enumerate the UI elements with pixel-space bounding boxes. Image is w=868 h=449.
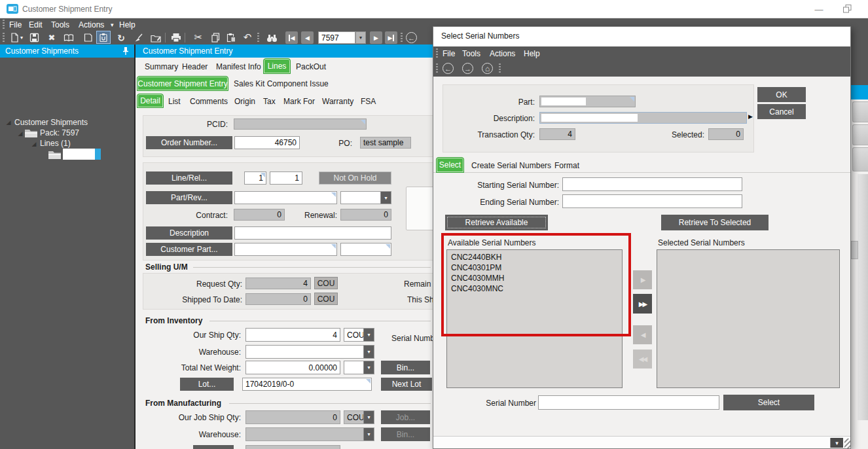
job-uom-dropdown-icon[interactable]: ▾ <box>363 411 374 423</box>
tab-lines[interactable]: Lines <box>263 58 291 74</box>
tab-tax[interactable]: Tax <box>263 95 276 108</box>
toolbar-gripper[interactable] <box>401 33 403 43</box>
serial-number-entry-input[interactable] <box>538 395 719 410</box>
back-icon[interactable]: ← <box>406 32 417 43</box>
rev-combo-dropdown-icon[interactable]: ▾ <box>380 192 391 204</box>
nav-next-button[interactable]: ▶ <box>370 31 382 44</box>
delete-icon[interactable]: ✖ <box>45 31 58 44</box>
toolbar-gripper[interactable] <box>257 33 259 43</box>
folder-edit-icon[interactable] <box>149 31 162 44</box>
tab-origin[interactable]: Origin <box>234 95 255 108</box>
right-edge-scrollbar[interactable] <box>858 174 868 420</box>
description-button[interactable]: Description <box>146 226 232 240</box>
dialog-menu-actions[interactable]: Actions <box>490 46 515 61</box>
selected-serials-list[interactable] <box>657 249 840 388</box>
cancel-button[interactable]: Cancel <box>757 104 806 119</box>
line-rel-button[interactable]: Line/Rel... <box>146 171 232 185</box>
move-all-right-button[interactable]: ▶▶ <box>633 294 652 314</box>
tree-node-root[interactable]: Customer Shipments <box>14 117 88 127</box>
cut-icon[interactable]: ✂ <box>192 31 205 43</box>
order-number-button[interactable]: Order Number... <box>146 136 232 149</box>
dialog-description-field[interactable] <box>539 112 747 124</box>
bin2-button[interactable]: Bin... <box>381 427 430 441</box>
dialog-transaction-qty-field[interactable]: 4 <box>539 128 575 140</box>
restore-button[interactable] <box>843 5 852 13</box>
lot-field[interactable]: 17042019/0-0 <box>242 378 372 391</box>
new-dropdown-icon[interactable]: ▾ <box>20 35 23 41</box>
starting-serial-input[interactable] <box>562 177 742 191</box>
tab-fsa[interactable]: FSA <box>361 95 376 108</box>
bin-button[interactable]: Bin... <box>381 361 430 374</box>
dialog-description-expand-icon[interactable]: ▶ <box>748 113 753 120</box>
rel-field[interactable]: 1 <box>270 171 302 185</box>
new-icon[interactable] <box>8 31 21 44</box>
tree-node-edit-input[interactable] <box>63 149 97 160</box>
resize-grip[interactable] <box>844 439 850 448</box>
description-field[interactable] <box>234 226 391 240</box>
move-right-button[interactable]: ▶ <box>633 270 652 289</box>
dialog-tab-format[interactable]: Format <box>554 159 579 172</box>
request-qty-field[interactable]: 4 <box>245 278 311 289</box>
tree-node-lines[interactable]: Lines (1) <box>40 138 71 148</box>
right-edge-button-sliver[interactable] <box>852 101 868 122</box>
tree-node-pack[interactable]: Pack: 7597 <box>40 128 79 137</box>
tab-list[interactable]: List <box>168 95 181 108</box>
menu-actions[interactable]: Actions <box>79 18 104 31</box>
ok-button[interactable]: OK <box>757 87 806 102</box>
paste-icon[interactable] <box>225 31 238 44</box>
warehouse2-combo[interactable] <box>245 427 374 441</box>
copy-icon[interactable] <box>209 31 222 44</box>
menu-file[interactable]: File <box>9 18 22 31</box>
retrieve-available-button[interactable]: Retrieve Available <box>445 215 548 230</box>
warehouse-dropdown-icon[interactable]: ▾ <box>363 346 374 358</box>
tab-header[interactable]: Header <box>182 60 208 73</box>
nav-prev-button[interactable]: ◀ <box>301 31 314 44</box>
menu-help[interactable]: Help <box>119 18 136 31</box>
print-icon[interactable] <box>170 31 183 44</box>
search-book-icon[interactable] <box>62 31 75 44</box>
move-left-button[interactable]: ◀ <box>633 325 652 344</box>
part-rev-button[interactable]: Part/Rev... <box>146 191 232 204</box>
contract-field[interactable]: 0 <box>234 209 285 221</box>
dialog-tab-create-serial-numbers[interactable]: Create Serial Numbers <box>471 159 551 172</box>
tab-manifest-info[interactable]: Manifest Info <box>216 60 261 73</box>
dialog-toolbar-gripper[interactable] <box>499 63 501 74</box>
weight-uom-dropdown-icon[interactable]: ▾ <box>363 361 374 374</box>
retrieve-to-selected-button[interactable]: Retrieve To Selected <box>661 215 769 230</box>
customer-part-field[interactable] <box>234 243 337 256</box>
expander-icon[interactable]: ◢ <box>5 118 12 126</box>
customer-part-field-2[interactable] <box>340 243 391 256</box>
menu-edit[interactable]: Edit <box>29 18 43 31</box>
dialog-forward-icon[interactable]: → <box>462 63 473 74</box>
tab-mark-for[interactable]: Mark For <box>283 95 315 108</box>
pin-icon[interactable] <box>122 46 130 56</box>
dialog-toolbar-gripper[interactable] <box>436 63 438 74</box>
shipped-to-date-field[interactable]: 0 <box>245 293 311 305</box>
pcid-field[interactable] <box>234 118 367 130</box>
next-lot-button[interactable]: Next Lot <box>381 378 432 391</box>
warehouse2-dropdown-icon[interactable]: ▾ <box>363 428 374 440</box>
tab-summary[interactable]: Summary <box>145 60 178 73</box>
job-button[interactable]: Job... <box>381 410 430 424</box>
part-field[interactable] <box>234 191 337 204</box>
dialog-tab-select[interactable]: Select <box>436 157 464 173</box>
memo-icon[interactable] <box>81 31 94 44</box>
dialog-selected-field[interactable]: 0 <box>708 128 744 140</box>
menubar-gripper[interactable] <box>3 20 5 29</box>
expander-icon[interactable]: ◢ <box>17 130 24 137</box>
move-all-left-button[interactable]: ◀◀ <box>633 350 652 368</box>
record-nav-input[interactable]: 7597 <box>318 31 355 44</box>
statusbar-dropdown-icon[interactable]: ▾ <box>830 438 843 448</box>
refresh-icon[interactable]: ↻ <box>115 31 128 44</box>
toolbar-gripper[interactable] <box>3 33 5 43</box>
our-ship-qty-field[interactable]: 4 <box>245 328 340 342</box>
tab-detail[interactable]: Detail <box>137 94 164 108</box>
dialog-menu-tools[interactable]: Tools <box>462 46 480 61</box>
tab-warranty[interactable]: Warranty <box>322 95 353 108</box>
dialog-menu-help[interactable]: Help <box>524 46 540 61</box>
ending-serial-input[interactable] <box>562 194 742 208</box>
save-icon[interactable] <box>27 31 41 44</box>
partial-button-cut[interactable] <box>193 445 234 449</box>
right-edge-button-sliver[interactable] <box>852 147 868 171</box>
renewal-field[interactable]: 0 <box>340 209 391 221</box>
